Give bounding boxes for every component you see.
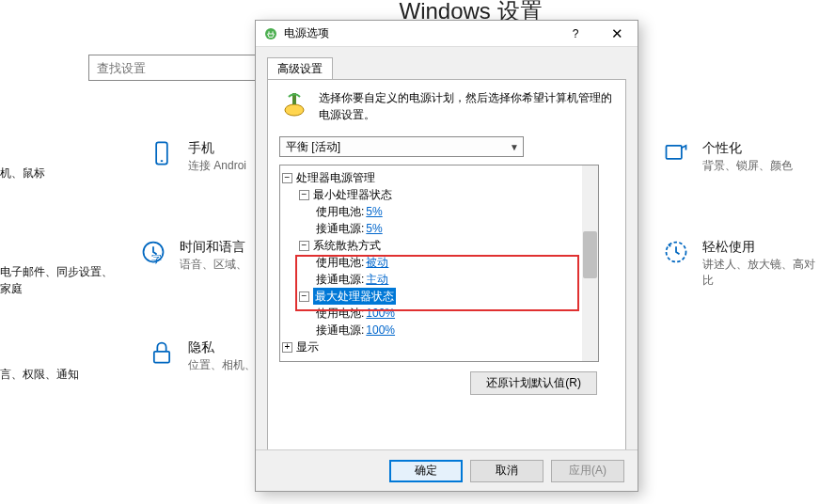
tree-value-link[interactable]: 主动 <box>366 271 388 288</box>
tree-label: 处理器电源管理 <box>296 169 375 186</box>
category-personalization[interactable]: 个性化 背景、锁屏、颜色 <box>663 140 793 174</box>
tree-value-label: 接通电源: <box>316 220 364 237</box>
cancel-button[interactable]: 取消 <box>470 460 543 482</box>
apply-button[interactable]: 应用(A) <box>551 460 624 482</box>
category-sub-fragment: 言、权限、通知 <box>0 367 79 383</box>
tree-label: 最小处理器状态 <box>313 186 392 203</box>
dialog-title: 电源选项 <box>284 25 329 41</box>
tree-node-min-processor[interactable]: − 最小处理器状态 <box>299 186 596 203</box>
category-title: 个性化 <box>702 140 793 157</box>
category-title: 手机 <box>188 140 246 157</box>
collapse-icon[interactable]: − <box>299 241 309 251</box>
category-title: 时间和语言 <box>180 239 247 256</box>
category-title: 隐私 <box>188 339 256 356</box>
dialog-description: 选择你要自定义的电源计划，然后选择你希望计算机管理的电源设置。 <box>319 89 614 123</box>
category-sub: 位置、相机、 <box>188 357 256 373</box>
power-plan-select[interactable]: 平衡 [活动] ▼ <box>279 136 524 157</box>
help-button[interactable]: ? <box>555 21 596 47</box>
category-sub-fragment: 机、鼠标 <box>0 165 45 181</box>
scrollbar[interactable] <box>582 165 598 361</box>
tree-label: 系统散热方式 <box>313 237 381 254</box>
tree-value-row[interactable]: 接通电源: 主动 <box>316 271 596 288</box>
tree-node-cooling-policy[interactable]: − 系统散热方式 <box>299 237 596 254</box>
tree-node-display[interactable]: + 显示 <box>282 339 596 355</box>
tree-value-label: 接通电源: <box>316 271 364 288</box>
category-sub: 连接 Androi <box>188 158 246 174</box>
category-sub: 背景、锁屏、颜色 <box>702 158 793 174</box>
tree-value-row[interactable]: 接通电源: 100% <box>316 322 596 339</box>
scrollbar-thumb[interactable] <box>583 231 597 278</box>
category-phone[interactable]: 手机 连接 Androi <box>149 140 246 174</box>
svg-rect-7 <box>667 146 682 159</box>
category-ease-of-access[interactable]: 轻松使用 讲述人、放大镜、高对比 <box>663 239 819 289</box>
tree-value-row[interactable]: 使用电池: 100% <box>316 305 596 322</box>
svg-text:字: 字 <box>151 253 162 264</box>
plan-select-value: 平衡 [活动] <box>286 139 340 155</box>
dialog-button-row: 确定 取消 应用(A) <box>256 449 638 491</box>
tab-advanced-settings[interactable]: 高级设置 <box>267 57 333 80</box>
category-time-language[interactable]: 字 时间和语言 语音、区域、 <box>140 239 247 273</box>
expand-icon[interactable]: + <box>282 342 292 353</box>
tree-label-selected: 最大处理器状态 <box>313 288 396 305</box>
tree-node-max-processor[interactable]: − 最大处理器状态 <box>299 288 596 305</box>
ease-of-access-icon <box>663 239 689 265</box>
close-icon: ✕ <box>611 25 623 42</box>
tab-panel: 选择你要自定义的电源计划，然后选择你希望计算机管理的电源设置。 平衡 [活动] … <box>267 79 626 463</box>
category-sub: 讲述人、放大镜、高对比 <box>702 257 819 289</box>
svg-point-10 <box>285 104 304 116</box>
category-sub-fragment: 电子邮件、同步设置、家庭 <box>0 263 113 297</box>
lock-icon <box>149 339 175 366</box>
close-button[interactable]: ✕ <box>596 21 638 47</box>
tree-value-link[interactable]: 5% <box>366 220 382 237</box>
phone-icon <box>149 140 175 166</box>
category-privacy[interactable]: 隐私 位置、相机、 <box>149 339 256 373</box>
category-title: 轻松使用 <box>702 239 819 256</box>
help-icon: ? <box>573 27 579 40</box>
tree-value-row[interactable]: 使用电池: 5% <box>316 203 596 220</box>
time-language-icon: 字 <box>140 239 166 265</box>
tree-node-processor-power[interactable]: − 处理器电源管理 <box>282 169 596 186</box>
power-plug-icon <box>263 26 278 41</box>
tree-value-link[interactable]: 5% <box>366 203 382 220</box>
dialog-titlebar: 电源选项 ? ✕ <box>256 21 638 47</box>
power-options-dialog: 电源选项 ? ✕ 高级设置 选择你要自定义的电源计划，然后选择你希望计算机管理的… <box>255 20 638 492</box>
tree-value-label: 使用电池: <box>316 305 364 322</box>
tree-value-label: 使用电池: <box>316 203 364 220</box>
category-sub: 语音、区域、 <box>180 257 247 273</box>
tree-value-link[interactable]: 100% <box>366 305 395 322</box>
collapse-icon[interactable]: − <box>299 190 309 200</box>
tree-value-label: 使用电池: <box>316 254 364 271</box>
svg-rect-6 <box>154 352 169 363</box>
tree-value-link[interactable]: 被动 <box>366 254 388 271</box>
tree-value-row[interactable]: 接通电源: 5% <box>316 220 596 237</box>
tree-value-label: 接通电源: <box>316 322 364 339</box>
ok-button[interactable]: 确定 <box>389 460 463 482</box>
power-options-icon <box>279 89 309 119</box>
tree-label: 显示 <box>296 339 319 355</box>
collapse-icon[interactable]: − <box>282 173 292 183</box>
personalize-icon <box>663 140 689 166</box>
tree-value-link[interactable]: 100% <box>366 322 395 339</box>
restore-defaults-button[interactable]: 还原计划默认值(R) <box>470 371 597 395</box>
collapse-icon[interactable]: − <box>299 291 309 302</box>
settings-tree: − 处理器电源管理 − 最小处理器状态 使用电池: 5% 接通电源: 5% <box>279 165 599 362</box>
tree-value-row[interactable]: 使用电池: 被动 <box>316 254 596 271</box>
chevron-down-icon: ▼ <box>510 142 519 152</box>
